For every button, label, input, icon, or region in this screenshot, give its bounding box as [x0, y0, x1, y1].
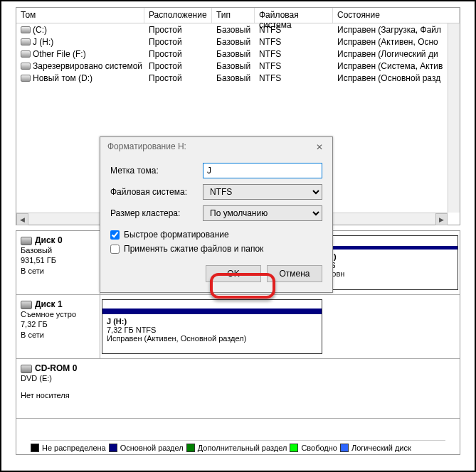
table-row[interactable]: Новый том (D:)ПростойБазовыйNTFSИсправен… [16, 72, 460, 84]
legend-swatch-unallocated [31, 444, 39, 452]
disk-1-status: В сети [21, 330, 95, 340]
label-volume: Метка тома: [110, 166, 203, 176]
vol-title: J (H:) [107, 317, 317, 326]
ok-button[interactable]: OK [206, 265, 261, 282]
legend-swatch-logical [340, 444, 349, 452]
quick-format-label: Быстрое форматирование [124, 230, 229, 240]
volume-icon [21, 75, 31, 82]
table-row[interactable]: Зарезервировано системойПростойБазовыйNT… [16, 60, 460, 72]
legend-unallocated: Не распределена [42, 444, 106, 452]
cdrom-type: DVD (E:) [21, 373, 96, 383]
legend: Не распределена Основной раздел Дополнит… [31, 440, 445, 453]
compression-label: Применять сжатие файлов и папок [124, 244, 263, 254]
legend-primary: Основной раздел [120, 444, 184, 452]
volume-label-input[interactable] [203, 163, 322, 178]
col-filesystem[interactable]: Файловая система [255, 8, 333, 23]
vol-state: Исправен (Активен, Основной раздел) [107, 334, 317, 343]
format-dialog: Форматирование H: ✕ Метка тома: Файловая… [100, 136, 333, 293]
volume-icon [21, 38, 31, 45]
cluster-size-select[interactable]: По умолчанию [203, 205, 322, 221]
label-cluster: Размер кластера: [110, 208, 203, 218]
disk-1-type: Съемное устро [21, 309, 95, 319]
legend-swatch-free [290, 444, 298, 452]
dialog-title-text: Форматирование H: [107, 141, 186, 153]
dialog-body: Метка тома: Файловая система: NTFS Разме… [100, 157, 332, 292]
cdrom-name: CD-ROM 0 [35, 363, 77, 373]
legend-extended: Дополнительный раздел [198, 444, 287, 452]
volume-icon [21, 63, 31, 70]
disk-1-vol-j[interactable]: J (H:) 7,32 ГБ NTFS Исправен (Активен, О… [102, 299, 322, 354]
disk-1-volumes: J (H:) 7,32 ГБ NTFS Исправен (Активен, О… [100, 295, 460, 358]
disk-1-size: 7,32 ГБ [21, 319, 95, 329]
disk-1-name: Диск 1 [35, 299, 63, 309]
table-row[interactable]: Other File (F:)ПростойБазовыйNTFSИсправе… [16, 48, 460, 60]
drive-icon [21, 237, 32, 245]
col-type[interactable]: Тип [212, 8, 255, 23]
legend-free: Свободно [301, 444, 337, 452]
volume-icon [21, 50, 31, 58]
label-filesystem: Файловая система: [110, 187, 203, 197]
table-row[interactable]: (C:)ПростойБазовыйNTFSИсправен (Загрузка… [16, 23, 460, 36]
disk-0-type: Базовый [21, 245, 95, 255]
col-state[interactable]: Состояние [333, 8, 460, 23]
filesystem-select[interactable]: NTFS [203, 184, 322, 200]
col-location[interactable]: Расположение [144, 8, 212, 23]
volume-bar [102, 309, 322, 314]
compression-checkbox[interactable] [110, 245, 120, 254]
table-header: Том Расположение Тип Файловая система Со… [16, 8, 460, 23]
disk-0-info[interactable]: Диск 0 Базовый 931,51 ГБ В сети [16, 231, 100, 294]
disk-0-status: В сети [21, 266, 95, 276]
col-volume[interactable]: Том [16, 8, 144, 23]
legend-swatch-extended [186, 444, 195, 452]
table-row[interactable]: J (H:)ПростойБазовыйNTFSИсправен (Активе… [16, 36, 460, 48]
scroll-right-icon[interactable]: ▶ [435, 213, 448, 225]
scrollbar-vertical[interactable] [448, 23, 460, 213]
scroll-left-icon[interactable]: ◀ [16, 213, 28, 225]
volume-icon [21, 26, 31, 33]
cdrom-info[interactable]: CD-ROM 0 DVD (E:) Нет носителя [16, 359, 100, 418]
drive-icon [21, 301, 32, 309]
dialog-titlebar[interactable]: Форматирование H: ✕ [100, 137, 332, 157]
cdrom-status: Нет носителя [21, 390, 96, 400]
disk-1-info[interactable]: Диск 1 Съемное устро 7,32 ГБ В сети [16, 295, 100, 358]
cdrom-icon [21, 365, 32, 373]
cancel-button[interactable]: Отмена [267, 265, 322, 282]
quick-format-checkbox[interactable] [110, 230, 120, 240]
table-body: (C:)ПростойБазовыйNTFSИсправен (Загрузка… [16, 23, 460, 84]
cdrom-panel: CD-ROM 0 DVD (E:) Нет носителя [16, 359, 460, 419]
close-icon[interactable]: ✕ [314, 141, 325, 153]
legend-logical: Логический диск [351, 444, 411, 452]
disk-1-panel: Диск 1 Съемное устро 7,32 ГБ В сети J (H… [16, 295, 460, 359]
disk-0-size: 931,51 ГБ [21, 255, 95, 265]
vol-size: 7,32 ГБ NTFS [107, 326, 317, 334]
disk-0-name: Диск 0 [35, 235, 63, 245]
legend-swatch-primary [109, 444, 117, 452]
